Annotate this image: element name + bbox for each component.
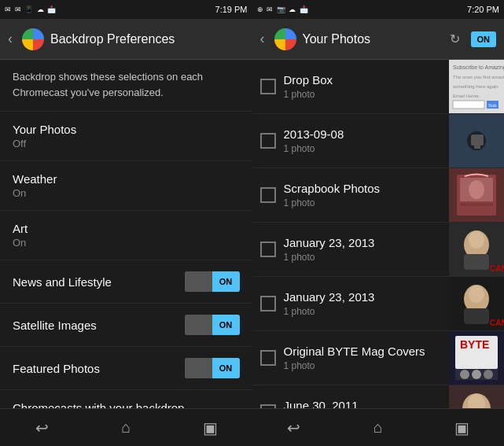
photo-item-dropbox[interactable]: Drop Box 1 photo Subscribe to Amazing Hi… [252, 60, 505, 114]
photo-info-byte-mag: Original BYTE Mag Covers 1 photo [284, 337, 450, 379]
right-recent-nav-icon[interactable]: ▣ [447, 412, 478, 444]
refresh-button[interactable]: ↻ [446, 30, 465, 49]
svg-point-15 [469, 180, 484, 199]
photo-thumb-jan-2013-1: CANNA [449, 223, 504, 276]
left-notification-icons: ✉ ✉ 📱 ☁ 📩 [5, 6, 57, 13]
photo-name-2013-09-08: 2013-09-08 [284, 127, 443, 141]
your-photos-sub: Off [13, 138, 240, 149]
photo-checkbox-2013-09-08[interactable] [252, 133, 284, 149]
your-photos-title: Your Photos [13, 123, 240, 136]
photo-thumb-jan-2013-2: CANNA [449, 277, 504, 330]
left-time: 7:19 PM [215, 5, 248, 14]
photo-name-jan-2013-1: January 23, 2013 [284, 236, 443, 249]
weather-title: Weather [13, 172, 240, 186]
photo-thumb-june-2011 [449, 385, 504, 408]
photo-item-jan-2013-1[interactable]: January 23, 2013 1 photo CANNA [252, 223, 505, 277]
art-sub: On [13, 237, 240, 249]
news-lifestyle-toggle[interactable]: ON [185, 271, 240, 292]
right-back-nav-icon[interactable]: ↩ [278, 412, 310, 444]
featured-off [185, 358, 212, 378]
checkbox-jan-2013-1[interactable] [260, 241, 276, 257]
photo-item-jan-2013-2[interactable]: January 23, 2013 1 photo CANNA [252, 277, 505, 331]
featured-on: ON [212, 358, 240, 378]
checkbox-dropbox[interactable] [260, 79, 276, 94]
featured-photos-toggle[interactable]: ON [185, 358, 240, 378]
svg-text:CANNA: CANNA [490, 319, 504, 327]
right-toggle-on[interactable]: ON [471, 31, 497, 47]
satellite-images-label: Satellite Images [13, 319, 97, 332]
photo-name-scrapbook: Scrapbook Photos [284, 182, 443, 195]
your-photos-item[interactable]: Your Photos Off [0, 112, 252, 161]
svg-text:CANNA: CANNA [490, 264, 504, 273]
right-panel-header: ‹ Your Photos ↻ ON [252, 19, 505, 60]
right-time: 7:20 PM [467, 5, 499, 14]
checkbox-byte-mag[interactable] [260, 350, 276, 366]
photo-item-2013-09-08[interactable]: 2013-09-08 1 photo [252, 114, 505, 168]
svg-text:Email Home:: Email Home: [453, 94, 480, 98]
weather-item[interactable]: Weather On [0, 161, 252, 211]
photo-checkbox-dropbox[interactable] [252, 79, 284, 94]
photo-info-june-2011: June 30, 2011 1 photo [284, 391, 450, 408]
photo-item-june-2011[interactable]: June 30, 2011 1 photo [252, 385, 505, 408]
right-notification-icons: ⊕ ✉ 📷 ☁ 📩 [257, 6, 309, 13]
news-lifestyle-row[interactable]: News and Lifestyle ON [0, 260, 252, 304]
photo-count-jan-2013-1: 1 photo [284, 252, 443, 263]
photo-thumb-byte-mag: BYTE [449, 331, 504, 385]
photo-checkbox-jan-2013-2[interactable] [252, 296, 284, 311]
svg-rect-5 [453, 101, 484, 109]
art-item[interactable]: Art On [0, 211, 252, 260]
svg-rect-25 [464, 308, 489, 324]
checkbox-scrapbook[interactable] [260, 187, 276, 203]
photo-checkbox-jan-2013-1[interactable] [252, 241, 284, 257]
right-panel-title: Your Photos [303, 32, 440, 46]
left-recent-nav-icon[interactable]: ▣ [194, 412, 226, 444]
photo-item-byte-mag[interactable]: Original BYTE Mag Covers 1 photo BYTE [252, 331, 505, 385]
right-status-right: 7:20 PM [467, 5, 499, 14]
right-back-button[interactable]: ‹ [260, 31, 265, 47]
svg-rect-10 [471, 135, 484, 146]
left-panel-header: ‹ Backdrop Preferences [0, 19, 252, 60]
left-status-right: 7:19 PM [215, 5, 248, 14]
satellite-images-toggle[interactable]: ON [185, 315, 240, 335]
left-status-left: ✉ ✉ 📱 ☁ 📩 [5, 6, 57, 13]
photo-checkbox-byte-mag[interactable] [252, 350, 284, 366]
right-status-bar: ⊕ ✉ 📷 ☁ 📩 7:20 PM [252, 0, 505, 19]
photo-item-scrapbook[interactable]: Scrapbook Photos 1 photo [252, 168, 505, 223]
checkbox-jan-2013-2[interactable] [260, 296, 276, 311]
photo-info-dropbox: Drop Box 1 photo [284, 65, 450, 108]
left-back-nav-icon[interactable]: ↩ [26, 412, 57, 444]
photo-thumb-scrapbook [449, 168, 504, 222]
svg-rect-11 [474, 146, 480, 149]
news-lifestyle-off [185, 271, 212, 292]
svg-text:something here again: something here again [453, 84, 498, 89]
photo-count-jan-2013-2: 1 photo [284, 306, 443, 317]
left-status-bar: ✉ ✉ 📱 ☁ 📩 7:19 PM [0, 0, 252, 19]
satellite-images-row[interactable]: Satellite Images ON [0, 304, 252, 347]
photo-count-scrapbook: 1 photo [284, 197, 443, 208]
left-panel-title: Backdrop Preferences [50, 32, 245, 46]
featured-photos-row[interactable]: Featured Photos ON [0, 347, 252, 390]
svg-rect-16 [460, 203, 493, 206]
news-lifestyle-label: News and Lifestyle [13, 275, 112, 289]
right-home-nav-icon[interactable]: ⌂ [362, 412, 394, 444]
svg-text:BYTE: BYTE [460, 338, 489, 351]
photo-name-byte-mag: Original BYTE Mag Covers [284, 345, 443, 358]
svg-rect-20 [464, 254, 489, 270]
left-back-button[interactable]: ‹ [8, 31, 13, 47]
svg-point-32 [472, 370, 481, 379]
checkbox-2013-09-08[interactable] [260, 133, 276, 149]
chromecast-logo-right [274, 28, 296, 50]
weather-sub: On [13, 187, 240, 199]
chromecasts-backdrop-label: Chromecasts with your backdrop [13, 401, 240, 408]
left-home-nav-icon[interactable]: ⌂ [110, 412, 142, 444]
photo-name-jan-2013-2: January 23, 2013 [284, 290, 443, 304]
photo-checkbox-scrapbook[interactable] [252, 187, 284, 203]
svg-point-24 [469, 286, 484, 303]
left-panel-wrapper: ✉ ✉ 📱 ☁ 📩 7:19 PM ‹ Backdrop Preferences… [0, 0, 252, 446]
svg-text:The ones you find amazing: The ones you find amazing [453, 75, 504, 79]
photo-info-scrapbook: Scrapbook Photos 1 photo [284, 174, 450, 216]
chromecasts-backdrop-item[interactable]: Chromecasts with your backdrop [0, 390, 252, 408]
satellite-off [185, 315, 212, 335]
photo-thumb-2013-09-08 [449, 114, 504, 168]
chromecast-logo-left [22, 28, 44, 50]
